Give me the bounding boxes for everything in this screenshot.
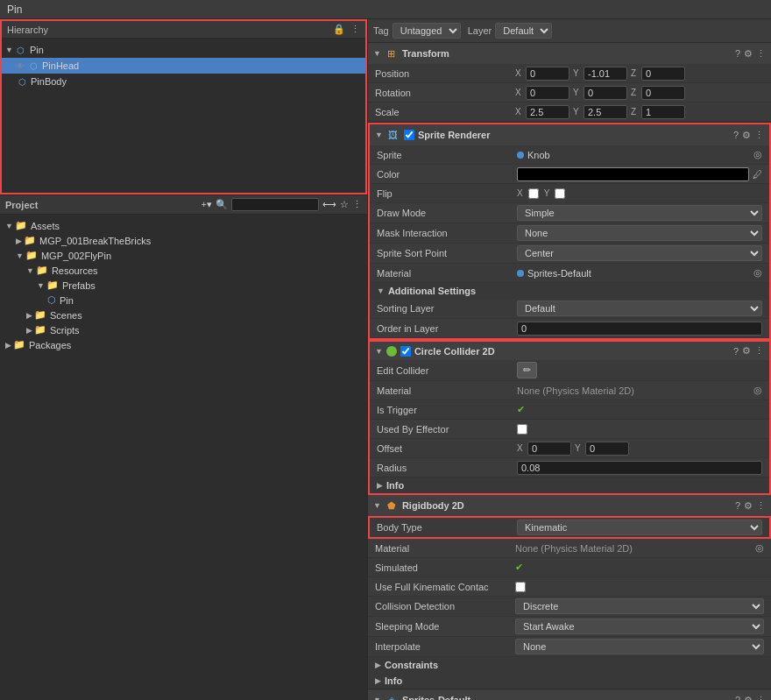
tree-item-pin-root[interactable]: ▼ ⬡ Pin [2,42,365,58]
project-search-input[interactable] [231,198,319,211]
sorting-layer-dropdown[interactable]: Default [517,301,762,316]
tree-label-pinhead: PinHead [42,60,79,71]
lock-icon[interactable]: 🔒 [333,24,345,35]
body-type-dropdown[interactable]: Kinematic [517,520,762,535]
inspector-top: Tag Untagged Layer Default [368,19,771,43]
sprite-target-icon[interactable]: ◎ [753,149,762,160]
interpolate-dropdown[interactable]: None [515,639,764,654]
sd-settings-icon[interactable]: ⚙ [744,695,753,701]
tree-item-pinhead[interactable]: 👁 ⬡ PinHead [2,58,365,74]
star-icon[interactable]: ☆ [340,199,349,210]
sd-help-icon[interactable]: ? [735,695,740,700]
material-name: Sprites-Default [527,268,591,279]
eye-icon: 👁 [16,61,25,71]
sorting-layer-label: Sorting Layer [377,303,517,314]
hierarchy-panel: Hierarchy 🔒 ⋮ ▼ ⬡ Pin 👁 ⬡ PinH [0,19,367,194]
material-target-icon[interactable]: ◎ [753,267,762,279]
proj-item-prefabs[interactable]: ▼ 📁 Prefabs [0,278,367,293]
radius-input[interactable] [517,461,762,475]
cc-settings-icon[interactable]: ⚙ [742,345,751,357]
proj-item-assets[interactable]: ▼ 📁 Assets [0,218,367,233]
cc-info-title: Info [386,480,404,491]
transform-header[interactable]: ▼ ⊞ Transform ? ⚙ ⋮ [368,43,771,64]
edit-collider-button[interactable]: ✏ [517,362,537,378]
proj-item-scripts[interactable]: ▶ 📁 Scripts [0,322,367,337]
rot-z-input[interactable] [641,86,685,100]
rb2d-header[interactable]: ▼ ⬟ Rigidbody 2D ? ⚙ ⋮ [368,495,771,516]
cc-more-icon[interactable]: ⋮ [754,345,764,357]
sleeping-mode-dropdown[interactable]: Start Awake [515,619,764,634]
window-title: Pin [7,4,22,16]
scale-value: X Y Z [515,105,764,119]
flip-label: Flip [377,188,517,199]
proj-item-scenes[interactable]: ▶ 📁 Scenes [0,308,367,322]
proj-item-packages[interactable]: ▶ 📁 Packages [0,337,367,352]
scale-x-input[interactable] [526,105,569,119]
sprite-renderer-header[interactable]: ▼ 🖼 Sprite Renderer ? ⚙ ⋮ [370,124,769,145]
scale-y-input[interactable] [584,105,627,119]
color-picker-icon[interactable]: 🖊 [753,169,762,180]
sprite-sort-point-dropdown[interactable]: Center [517,245,762,261]
scale-z-item: Z [631,105,685,119]
constraints-header[interactable]: ▶ Constraints [368,657,771,673]
settings-icon[interactable]: ⚙ [744,48,753,60]
layer-dropdown[interactable]: Default [495,23,552,39]
tag-dropdown[interactable]: Untagged [393,23,461,39]
pos-z-input[interactable] [641,67,685,81]
sd-more-icon[interactable]: ⋮ [756,695,766,701]
help-icon[interactable]: ? [735,48,740,59]
cc-info-header[interactable]: ▶ Info [370,477,769,493]
mask-interaction-dropdown[interactable]: None [517,225,762,241]
proj-label-mgp001: MGP_001BreakTheBricks [39,236,151,246]
mgp001-toggle: ▶ [16,237,22,245]
rb2d-material-target-icon[interactable]: ◎ [755,542,764,554]
draw-mode-value: Simple [517,205,762,221]
proj-item-resources[interactable]: ▼ 📁 Resources [0,263,367,278]
rb2d-material-text: None (Physics Material 2D) [515,543,633,554]
proj-item-pin-asset[interactable]: ⬡ Pin [0,293,367,308]
order-in-layer-input[interactable] [517,322,762,336]
used-by-effector-checkbox[interactable] [517,424,527,435]
rb2d-settings-icon[interactable]: ⚙ [744,500,753,512]
sr-enabled-checkbox[interactable] [404,130,414,140]
use-full-kinematic-checkbox[interactable] [515,582,526,592]
sr-more-icon[interactable]: ⋮ [754,130,764,141]
pos-x-input[interactable] [526,67,569,81]
sr-icon: 🖼 [386,128,400,142]
hierarchy-link-icon[interactable]: ⟷ [322,199,336,210]
sr-help-icon[interactable]: ? [733,130,739,140]
proj-item-mgp002[interactable]: ▼ 📁 MGP_002FlyPin [0,248,367,263]
flip-x-checkbox[interactable] [528,188,539,199]
sr-title: Sprite Renderer [418,130,730,140]
sr-settings-icon[interactable]: ⚙ [742,130,751,141]
rot-x-input[interactable] [526,86,569,100]
rot-y-input[interactable] [584,86,627,100]
menu-icon[interactable]: ⋮ [350,24,360,35]
offset-y-input[interactable] [585,442,629,456]
cc-material-target-icon[interactable]: ◎ [753,385,762,396]
color-swatch[interactable] [517,167,749,181]
scale-z-input[interactable] [641,105,685,119]
more-icon[interactable]: ⋮ [756,48,766,60]
additional-settings-header[interactable]: ▼ Additional Settings [370,283,769,299]
collision-detection-label: Collision Detection [375,601,515,612]
tag-row: Tag Untagged [373,23,461,39]
cc-enabled-checkbox[interactable] [400,346,411,357]
draw-mode-dropdown[interactable]: Simple [517,205,762,221]
dots-icon[interactable]: ⋮ [352,199,362,210]
sprites-default-header[interactable]: ▼ ◈ Sprites-Default ? ⚙ ⋮ [368,689,771,700]
interpolate-value: None [515,639,764,654]
rb2d-help-icon[interactable]: ? [735,500,740,511]
pos-y-input[interactable] [584,67,627,81]
circle-collider-header[interactable]: ▼ Circle Collider 2D ? ⚙ ⋮ [370,342,769,360]
rb2d-info-header[interactable]: ▶ Info [368,673,771,689]
proj-item-mgp001[interactable]: ▶ 📁 MGP_001BreakTheBricks [0,233,367,248]
collision-detection-dropdown[interactable]: Discrete [515,598,764,614]
rb2d-more-icon[interactable]: ⋮ [756,500,766,512]
tree-item-pinbody[interactable]: ⬡ PinBody [2,74,365,89]
add-button[interactable]: +▾ [202,199,212,210]
flip-y-checkbox[interactable] [555,188,565,199]
cc-help-icon[interactable]: ? [733,346,739,357]
offset-x-input[interactable] [527,442,571,456]
sr-actions: ? ⚙ ⋮ [733,130,764,141]
